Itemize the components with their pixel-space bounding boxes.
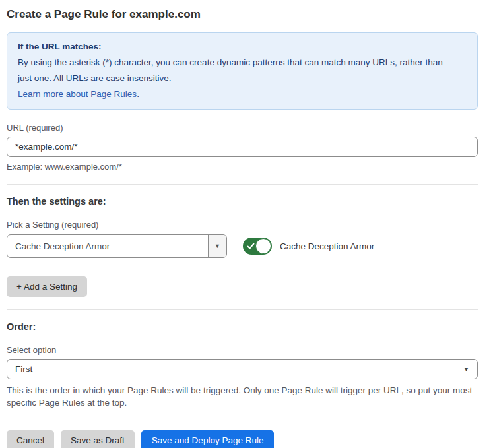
learn-more-link[interactable]: Learn more about Page Rules <box>18 89 137 99</box>
check-icon <box>247 242 255 250</box>
setting-toggle-label: Cache Deception Armor <box>280 241 374 251</box>
url-matches-info-box: If the URL matches: By using the asteris… <box>7 32 478 110</box>
order-section-heading: Order: <box>7 321 478 332</box>
page-title: Create a Page Rule for example.com <box>7 7 478 22</box>
setting-select-value: Cache Deception Armor <box>7 235 208 257</box>
url-input[interactable] <box>7 137 478 157</box>
order-select-value: First <box>15 364 463 374</box>
cancel-button[interactable]: Cancel <box>7 430 54 448</box>
footer-actions: Cancel Save as Draft Save and Deploy Pag… <box>7 430 478 448</box>
info-box-body: By using the asterisk (*) character, you… <box>18 55 450 86</box>
create-page-rule-panel: Create a Page Rule for example.com If th… <box>0 0 495 448</box>
order-select-label: Select option <box>7 345 478 355</box>
save-as-draft-button[interactable]: Save as Draft <box>61 430 135 448</box>
add-setting-button[interactable]: + Add a Setting <box>7 276 87 297</box>
info-box-link-line: Learn more about Page Rules. <box>18 86 467 102</box>
toggle-knob <box>255 238 271 254</box>
save-and-deploy-button[interactable]: Save and Deploy Page Rule <box>141 430 275 448</box>
setting-toggle[interactable] <box>243 238 272 255</box>
chevron-down-icon[interactable]: ▼ <box>208 235 226 257</box>
setting-select[interactable]: Cache Deception Armor ▼ <box>7 234 227 258</box>
divider <box>7 184 478 185</box>
divider <box>7 422 478 422</box>
info-box-heading: If the URL matches: <box>18 39 467 55</box>
divider <box>7 309 478 310</box>
chevron-down-icon: ▼ <box>463 366 469 373</box>
url-field-label: URL (required) <box>7 123 478 133</box>
setting-row: Cache Deception Armor ▼ Cache Deception … <box>7 234 478 258</box>
url-example-hint: Example: www.example.com/* <box>7 162 478 172</box>
settings-section-heading: Then the settings are: <box>7 196 478 207</box>
link-suffix: . <box>137 89 139 99</box>
order-select[interactable]: First ▼ <box>7 359 478 379</box>
pick-setting-label: Pick a Setting (required) <box>7 220 478 230</box>
order-description: This is the order in which your Page Rul… <box>7 384 478 409</box>
